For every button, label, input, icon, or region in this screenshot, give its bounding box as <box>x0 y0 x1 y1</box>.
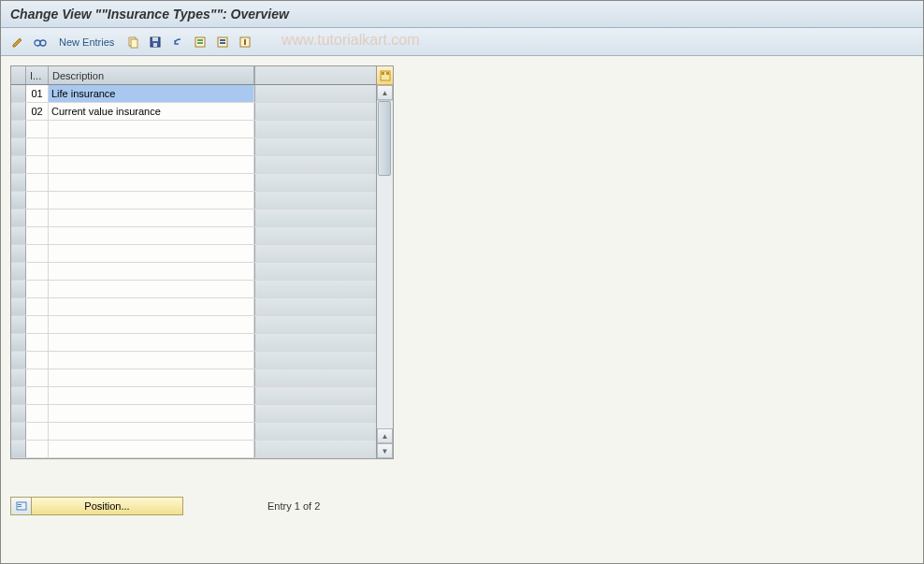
cell-id[interactable]: 01 <box>26 85 49 102</box>
cell-description[interactable] <box>49 405 254 422</box>
row-selector[interactable] <box>11 210 26 226</box>
select-all-icon[interactable] <box>191 33 209 51</box>
row-selector[interactable] <box>11 334 26 351</box>
row-selector[interactable] <box>11 405 26 422</box>
row-selector[interactable] <box>11 316 26 333</box>
cell-id[interactable] <box>26 281 49 297</box>
table-row[interactable] <box>11 298 376 316</box>
cell-description[interactable]: Life insurance <box>49 85 254 102</box>
cell-description[interactable] <box>49 423 254 440</box>
row-selector[interactable] <box>11 387 26 404</box>
cell-description[interactable] <box>49 441 254 457</box>
cell-description[interactable] <box>49 227 254 244</box>
table-row[interactable] <box>11 192 376 210</box>
row-selector[interactable] <box>11 441 26 457</box>
table-row[interactable] <box>11 245 376 263</box>
cell-id[interactable] <box>26 369 49 386</box>
scrollbar-track[interactable] <box>377 100 393 428</box>
cell-description[interactable] <box>49 298 254 315</box>
cell-id[interactable] <box>26 423 49 440</box>
table-row[interactable] <box>11 316 376 334</box>
cell-id[interactable] <box>26 298 49 315</box>
row-selector[interactable] <box>11 192 26 209</box>
row-selector[interactable] <box>11 423 26 440</box>
config-icon[interactable] <box>236 33 254 51</box>
cell-description[interactable] <box>49 316 254 333</box>
cell-id[interactable] <box>26 334 49 351</box>
cell-id[interactable] <box>26 405 49 422</box>
table-row[interactable]: 01Life insurance <box>11 85 376 103</box>
grid-settings-icon[interactable] <box>377 66 393 85</box>
table-row[interactable] <box>11 227 376 245</box>
row-selector[interactable] <box>11 298 26 315</box>
row-selector[interactable] <box>11 156 26 173</box>
cell-description[interactable] <box>49 281 254 297</box>
cell-id[interactable] <box>26 156 49 173</box>
table-row[interactable] <box>11 121 376 138</box>
row-selector[interactable] <box>11 263 26 280</box>
cell-id[interactable] <box>26 138 49 155</box>
cell-id[interactable] <box>26 210 49 226</box>
table-row[interactable] <box>11 423 376 441</box>
table-row[interactable]: 02Current value insurance <box>11 103 376 121</box>
table-row[interactable] <box>11 405 376 423</box>
scroll-up-icon[interactable]: ▲ <box>377 85 393 100</box>
table-row[interactable] <box>11 156 376 174</box>
scroll-down-icon[interactable]: ▼ <box>377 443 393 458</box>
row-selector[interactable] <box>11 227 26 244</box>
row-selector[interactable] <box>11 138 26 155</box>
cell-description[interactable] <box>49 369 254 386</box>
cell-description[interactable] <box>49 156 254 173</box>
row-selector[interactable] <box>11 103 26 120</box>
save-icon[interactable] <box>146 33 165 51</box>
table-row[interactable] <box>11 281 376 298</box>
row-selector[interactable] <box>11 121 26 137</box>
glasses-icon[interactable] <box>31 33 50 51</box>
cell-id[interactable] <box>26 263 49 280</box>
cell-description[interactable] <box>49 138 254 155</box>
cell-id[interactable] <box>26 441 49 457</box>
cell-description[interactable] <box>49 121 254 137</box>
cell-description[interactable] <box>49 263 254 280</box>
column-header-id[interactable]: I... <box>26 66 49 84</box>
deselect-icon[interactable] <box>213 33 232 51</box>
table-row[interactable] <box>11 334 376 352</box>
cell-id[interactable] <box>26 192 49 209</box>
cell-id[interactable] <box>26 174 49 191</box>
scroll-down-small-icon[interactable]: ▲ <box>377 428 393 443</box>
cell-description[interactable] <box>49 192 254 209</box>
cell-description[interactable] <box>49 174 254 191</box>
cell-id[interactable] <box>26 352 49 369</box>
table-row[interactable] <box>11 210 376 227</box>
undo-icon[interactable] <box>168 33 187 51</box>
cell-description[interactable] <box>49 245 254 262</box>
cell-description[interactable] <box>49 210 254 226</box>
table-row[interactable] <box>11 369 376 387</box>
table-row[interactable] <box>11 441 376 458</box>
table-row[interactable] <box>11 352 376 369</box>
cell-id[interactable] <box>26 245 49 262</box>
pencil-icon[interactable] <box>8 33 27 51</box>
row-selector[interactable] <box>11 245 26 262</box>
position-button[interactable]: Position... <box>10 497 183 515</box>
table-row[interactable] <box>11 387 376 405</box>
table-row[interactable] <box>11 138 376 156</box>
row-selector[interactable] <box>11 352 26 369</box>
row-selector[interactable] <box>11 174 26 191</box>
new-entries-button[interactable]: New Entries <box>53 35 120 50</box>
cell-description[interactable] <box>49 387 254 404</box>
cell-id[interactable]: 02 <box>26 103 49 120</box>
cell-id[interactable] <box>26 121 49 137</box>
table-row[interactable] <box>11 263 376 281</box>
cell-id[interactable] <box>26 316 49 333</box>
cell-description[interactable] <box>49 334 254 351</box>
copy-icon[interactable] <box>123 33 142 51</box>
cell-description[interactable] <box>49 352 254 369</box>
cell-id[interactable] <box>26 387 49 404</box>
header-selector[interactable] <box>11 66 26 84</box>
column-header-description[interactable]: Description <box>49 66 254 84</box>
row-selector[interactable] <box>11 85 26 102</box>
scrollbar-thumb[interactable] <box>378 101 391 176</box>
cell-id[interactable] <box>26 227 49 244</box>
row-selector[interactable] <box>11 369 26 386</box>
